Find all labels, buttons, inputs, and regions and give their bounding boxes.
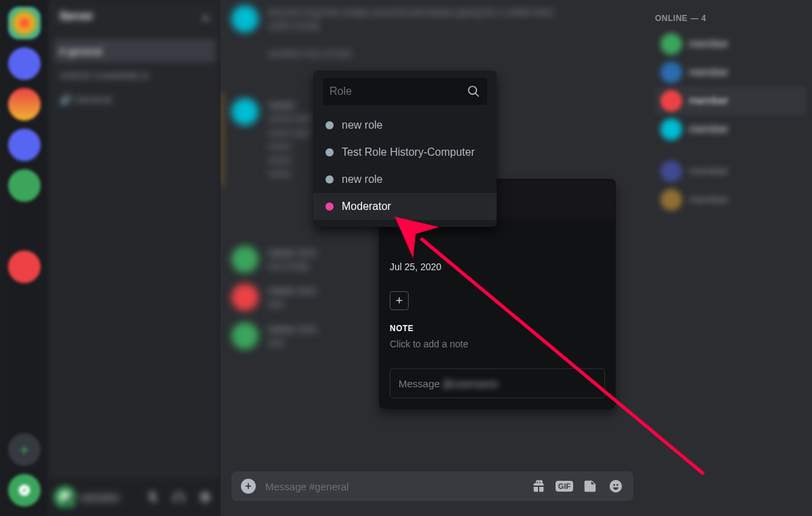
message-composer: + Message #general GIF xyxy=(221,471,644,516)
role-option-label: new role xyxy=(342,119,382,132)
role-option-label: new role xyxy=(342,173,382,186)
role-option[interactable]: new role xyxy=(313,112,497,139)
role-color-dot xyxy=(325,148,334,156)
gif-button[interactable]: GIF xyxy=(556,481,572,492)
svg-point-0 xyxy=(469,87,477,95)
headphones-icon xyxy=(172,490,185,504)
server-icon[interactable] xyxy=(8,251,41,283)
member-list-header: ONLINE — 4 xyxy=(655,14,807,23)
member-row[interactable]: member xyxy=(655,87,807,115)
compass-icon xyxy=(18,483,31,497)
member-list: ONLINE — 4 member member member member m… xyxy=(644,0,812,516)
discord-logo-icon xyxy=(59,491,71,503)
member-row[interactable]: member xyxy=(655,186,807,214)
gift-button[interactable] xyxy=(531,479,547,494)
message-input[interactable]: Message #general xyxy=(265,481,521,492)
role-option[interactable]: Moderator xyxy=(313,193,497,220)
self-username: username xyxy=(80,492,138,502)
gif-icon: GIF xyxy=(556,481,573,492)
server-icon[interactable] xyxy=(8,210,41,242)
role-color-dot xyxy=(325,175,334,184)
emoji-icon xyxy=(608,479,623,494)
add-role-button[interactable]: + xyxy=(390,291,409,310)
channel-sidebar: Server⌄ # general VOICE CHANNELS 🔊 Gener… xyxy=(49,0,221,516)
role-color-dot xyxy=(325,202,334,211)
member-row[interactable]: member xyxy=(655,157,807,186)
dm-input[interactable]: Message@username xyxy=(390,368,605,398)
role-option-label: Moderator xyxy=(342,200,391,213)
sticker-button[interactable] xyxy=(582,479,598,494)
member-row[interactable]: member xyxy=(655,58,807,87)
role-option-label: Test Role History-Computer xyxy=(342,146,475,159)
note-input[interactable]: Click to add a note xyxy=(390,339,605,349)
role-color-dot xyxy=(325,121,334,129)
server-icon[interactable] xyxy=(8,47,41,80)
role-option[interactable]: Test Role History-Computer xyxy=(313,139,497,166)
role-option[interactable]: new role xyxy=(313,166,497,193)
server-icon[interactable] xyxy=(8,169,41,202)
member-row[interactable]: member xyxy=(655,115,807,144)
emoji-button[interactable] xyxy=(608,479,624,494)
note-heading: NOTE xyxy=(390,324,605,333)
gear-icon xyxy=(198,490,211,504)
server-icon[interactable] xyxy=(8,129,41,161)
attach-button[interactable]: + xyxy=(241,479,256,494)
add-server-button[interactable]: + xyxy=(8,433,41,466)
svg-line-1 xyxy=(476,93,479,97)
user-panel: username xyxy=(49,478,221,516)
mic-muted-icon xyxy=(146,490,160,504)
user-settings-button[interactable] xyxy=(194,486,215,508)
server-header[interactable]: Server⌄ xyxy=(49,0,221,33)
member-row[interactable]: member xyxy=(655,30,807,58)
server-icon[interactable] xyxy=(8,88,41,121)
gift-icon xyxy=(531,479,546,494)
self-avatar[interactable] xyxy=(54,486,76,508)
role-search xyxy=(323,78,487,105)
role-picker-popover: new roleTest Role History-Computernew ro… xyxy=(313,70,497,227)
channel-item[interactable]: 🔊 General xyxy=(54,88,215,111)
deafen-button[interactable] xyxy=(168,486,189,508)
role-search-input[interactable] xyxy=(330,85,467,98)
server-rail: + xyxy=(0,0,49,516)
server-icon[interactable] xyxy=(8,7,41,39)
mute-button[interactable] xyxy=(142,486,164,508)
discord-app: + Server⌄ # general VOICE CHANNELS 🔊 Gen… xyxy=(0,0,812,516)
explore-servers-button[interactable] xyxy=(8,474,41,507)
search-icon xyxy=(467,85,480,98)
channel-item[interactable]: # general xyxy=(54,39,215,62)
sticker-icon xyxy=(583,479,597,494)
channel-category[interactable]: VOICE CHANNELS xyxy=(54,64,215,87)
member-since-date: Jul 25, 2020 xyxy=(390,261,605,272)
